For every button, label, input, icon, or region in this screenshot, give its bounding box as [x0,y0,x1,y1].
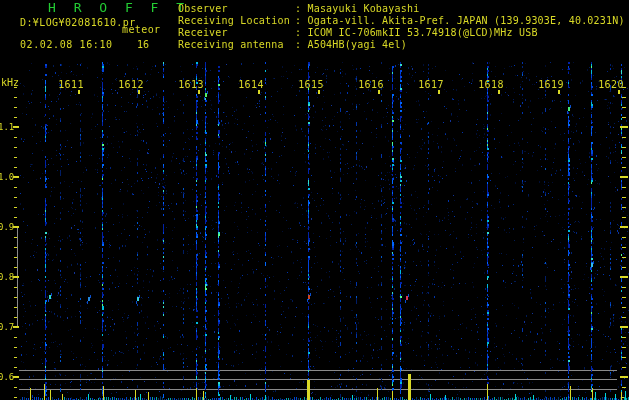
info-label: Observer [178,3,295,15]
y-tick-label: 0.8 [0,272,13,282]
time-tick-label: 1616 [357,80,385,90]
info-value: : ICOM IC-706mkII 53.74918(@LCD)MHz USB [295,27,538,38]
info-row: Receiver: ICOM IC-706mkII 53.74918(@LCD)… [178,27,625,39]
info-row: Observer: Masayuki Kobayashi [178,3,625,15]
time-tick-label: 1617 [417,80,445,90]
info-label: Receiving antenna [178,39,295,51]
y-tick-label: 0.9 [0,222,13,232]
mode-label: meteor [122,24,161,35]
log-file-path: D:¥LOG¥02081610.pr [20,17,136,28]
info-label: Receiver [178,27,295,39]
frame-counter: 16 [137,39,149,50]
info-value: : Ogata-vill. Akita-Pref. JAPAN (139.930… [295,15,625,26]
time-tick-label: 1618 [477,80,505,90]
time-tick-label: 1613 [177,80,205,90]
station-info-block: Observer: Masayuki KobayashiReceiving Lo… [178,3,625,51]
frequency-unit-label: kHz [1,77,19,88]
time-tick-label: 1611 [57,80,85,90]
datetime-label: 02.02.08 16:10 [20,39,113,50]
app-window: H R O F F T D:¥LOG¥02081610.pr meteor 02… [0,0,629,400]
time-tick-label: 1615 [297,80,325,90]
y-tick-label: 0.7 [0,322,13,332]
y-tick-label: 0.6 [0,372,13,382]
info-value: : A504HB(yagi 4el) [295,39,407,50]
spectrogram-canvas [0,0,629,400]
y-tick-label: 1.1 [0,122,13,132]
time-tick-label: 1619 [537,80,565,90]
time-tick-label: 1612 [117,80,145,90]
info-row: Receiving antenna: A504HB(yagi 4el) [178,39,625,51]
info-value: : Masayuki Kobayashi [295,3,419,14]
time-tick-label: 1614 [237,80,265,90]
app-title: H R O F F T [48,2,189,13]
info-row: Receiving Location: Ogata-vill. Akita-Pr… [178,15,625,27]
time-tick-label: 1620 [597,80,625,90]
y-tick-label: 1.0 [0,172,13,182]
info-label: Receiving Location [178,15,295,27]
